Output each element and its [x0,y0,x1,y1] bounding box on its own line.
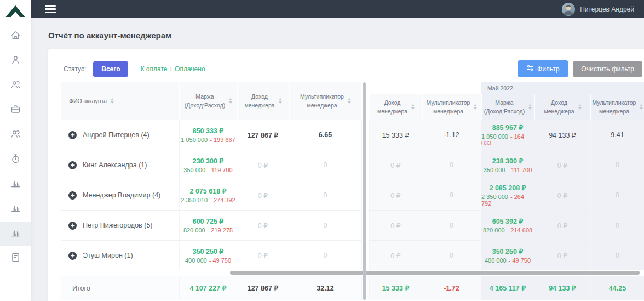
sort-icon [111,98,114,104]
sidebar-item-report-1[interactable] [0,172,31,197]
income-cell: 0 ₽ [237,150,289,180]
filters-row: Статус: Всего К оплате + Оплачено Фильтр… [48,49,644,77]
home-icon [10,30,21,43]
total-margin-cell: 4 107 227 ₽ [179,276,237,300]
total-may-income-cell: 94 133 ₽ [534,276,590,300]
clear-filter-button[interactable]: Очистить фильтр [573,61,642,77]
expand-row-button[interactable] [68,222,77,230]
status-paid-link[interactable]: К оплате + Оплачено [140,65,205,73]
filter-button[interactable]: Фильтр [518,60,568,77]
expand-row-button[interactable] [68,131,77,139]
app-logo[interactable] [0,0,31,24]
column-header-may-income[interactable]: Доходменеджера [534,94,590,120]
account-name-cell: Этуш Мирон (1) [61,240,179,270]
total-may-margin-cell: 4 165 117 ₽ [481,276,534,300]
sidebar-item-report-2[interactable] [0,197,31,222]
multiplier-cell: 0 [289,150,361,180]
sort-icon [578,104,582,110]
menu-toggle-button[interactable] [45,5,56,13]
column-header-fio[interactable]: ФИО аккаунта [61,82,179,120]
may-multiplier-cell: 0 [590,210,644,240]
sidebar-item-profile[interactable] [0,49,31,73]
may-multiplier-cell: 0 [590,180,644,210]
sort-icon [348,98,351,104]
multiplier-cell: 0 [289,210,361,240]
filter-button-label: Фильтр [537,65,559,73]
account-name-cell: Менеджер Владимир (4) [61,180,179,210]
total-prev-income-cell: 15 333 ₽ [369,276,422,300]
margin-cell: 350 250 ₽ 400 000- 49 750 [179,240,237,270]
page-title: Отчёт по аккаунт-менеджерам [48,31,644,40]
prev-multiplier-cell: 0 [422,240,481,270]
expand-row-button[interactable] [68,191,77,200]
margin-cell: 2 075 618 ₽ 2 350 010- 274 392 [179,180,237,210]
multiplier-cell: 0 [289,180,361,210]
column-header-multiplier[interactable]: Мультипликаторменеджера [289,82,361,120]
prev-income-cell: 0 ₽ [369,240,422,270]
timer-icon [10,153,21,167]
may-margin-cell: 2 085 208 ₽ 2 350 000- 264 792 [481,180,534,210]
expand-row-button[interactable] [68,252,77,260]
may-income-cell: 0 ₽ [534,240,590,270]
may-income-cell: 0 ₽ [534,180,590,210]
table-header: ФИО аккаунта Маржа(Доход:Расход) Доходме… [61,82,644,120]
report-card: Статус: Всего К оплате + Оплачено Фильтр… [48,49,644,301]
margin-cell: 230 300 ₽ 350 000- 119 700 [179,150,237,180]
total-may-multiplier-cell: 44.25 [590,276,644,300]
main-content: Отчёт по аккаунт-менеджерам Статус: Всег… [31,18,644,301]
report-table: ФИО аккаунта Маржа(Доход:Расход) Доходме… [61,82,644,300]
bar-chart-icon [10,202,21,216]
prev-income-cell: 0 ₽ [369,180,422,210]
column-header-margin[interactable]: Маржа(Доход:Расход) [179,82,237,120]
sidebar-item-notes[interactable] [0,246,31,271]
prev-multiplier-cell: 0 [422,210,481,240]
sort-icon [640,104,643,110]
bar-chart-icon [10,178,21,191]
user-menu[interactable]: Питерцев Андрей [562,3,634,16]
briefcase-icon [10,104,21,117]
prev-income-cell: 0 ₽ [369,150,422,180]
sort-icon [528,104,532,110]
prev-multiplier-cell: 0 [422,150,481,180]
may-multiplier-cell: 0 [590,240,644,270]
column-header-may-multiplier[interactable]: Мультипликаторменеджера [590,94,644,120]
column-header-prev-multiplier[interactable]: Мультипликаторменеджера [422,94,481,120]
status-label: Статус: [64,65,86,73]
total-multiplier-cell: 32.12 [289,276,361,300]
sidebar-item-time-tracking[interactable] [0,147,31,172]
topbar: Питерцев Андрей [31,0,644,18]
multiplier-cell: 6.65 [289,120,361,150]
may-margin-cell: 885 967 ₽ 1 050 000- 164 033 [481,120,534,150]
sidebar-item-users[interactable] [0,73,31,98]
income-cell: 0 ₽ [237,180,289,210]
may-income-cell: 0 ₽ [534,210,590,240]
margin-cell: 850 333 ₽ 1 050 000- 199 667 [179,120,237,150]
sidebar-item-report-managers[interactable] [0,222,31,246]
table-row: Менеджер Владимир (4) 2 075 618 ₽ 2 350 … [61,180,644,210]
sidebar-item-team[interactable] [0,123,31,147]
account-name-cell: Андрей Питерцев (4) [61,120,179,150]
sliders-icon [527,65,533,73]
may-income-cell: 94 133 ₽ [534,120,590,150]
table-row: Андрей Питерцев (4) 850 333 ₽ 1 050 000-… [61,120,644,150]
table-row: Этуш Мирон (1) 350 250 ₽ 400 000- 49 750… [61,240,644,270]
expand-row-button[interactable] [68,161,77,169]
sidebar-item-projects[interactable] [0,98,31,123]
scrollbar-thumb[interactable] [230,271,640,275]
sidebar-item-home[interactable] [0,24,31,49]
column-header-prev-income[interactable]: Доходменеджера [369,94,422,120]
account-name-cell: Кинг Александра (1) [61,150,179,180]
prev-income-cell: 0 ₽ [369,210,422,240]
column-header-income[interactable]: Доходменеджера [237,82,289,120]
prev-income-cell: 15 333 ₽ [369,120,422,150]
user-icon [10,54,21,68]
column-header-may-margin[interactable]: Маржа(Доход:Расход) [481,94,534,120]
may-income-cell: 0 ₽ [534,150,590,180]
total-prev-multiplier-cell: -1.72 [422,276,481,300]
status-all-button[interactable]: Всего [93,61,128,77]
may-multiplier-cell: 0 [590,150,644,180]
logo-chevron-icon [4,2,26,19]
frozen-columns-divider [363,82,366,300]
month-group-header: Май 2022 [481,82,644,94]
avatar [562,3,575,16]
